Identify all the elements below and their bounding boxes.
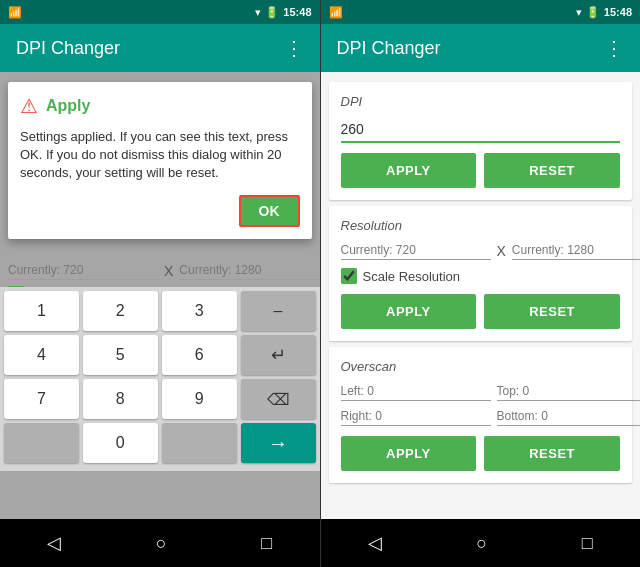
overscan-left-input[interactable] (341, 382, 491, 401)
kb-5[interactable]: 5 (83, 335, 158, 375)
kb-1[interactable]: 1 (4, 291, 79, 331)
left-content: ⚠ Apply Settings applied. If you can see… (0, 72, 320, 519)
left-keyboard: 1 2 3 – 4 5 6 ↵ 7 8 9 ⌫ 0 → (0, 287, 320, 471)
resolution-scale-checkbox[interactable] (341, 268, 357, 284)
kb-2[interactable]: 2 (83, 291, 158, 331)
resolution-apply-button[interactable]: APPLY (341, 294, 477, 329)
resolution-reset-button[interactable]: RESET (484, 294, 620, 329)
overscan-reset-button[interactable]: RESET (484, 436, 620, 471)
kb-row-1: 1 2 3 – (4, 291, 316, 331)
right-menu-icon[interactable]: ⋮ (604, 36, 624, 60)
left-status-left: 📶 (8, 6, 22, 19)
right-signal-icon: 📶 (329, 6, 343, 19)
left-height-input[interactable] (179, 261, 319, 280)
right-status-left: 📶 (329, 6, 343, 19)
resolution-scale-row: Scale Resolution (341, 268, 621, 284)
overscan-apply-button[interactable]: APPLY (341, 436, 477, 471)
left-time: 15:48 (283, 6, 311, 18)
left-back-button[interactable]: ◁ (47, 532, 61, 554)
right-toolbar: DPI Changer ⋮ (321, 24, 641, 72)
left-status-right: ▾ 🔋 15:48 (255, 6, 311, 19)
resolution-inputs: X (341, 241, 621, 260)
apply-dialog: ⚠ Apply Settings applied. If you can see… (8, 82, 312, 239)
dialog-title-row: ⚠ Apply (20, 94, 300, 118)
overscan-right-input[interactable] (341, 407, 491, 426)
left-status-bar: 📶 ▾ 🔋 15:48 (0, 0, 320, 24)
left-width-input[interactable] (8, 261, 158, 280)
right-status-bar: 📶 ▾ 🔋 15:48 (321, 0, 641, 24)
right-app-title: DPI Changer (337, 38, 605, 59)
warning-icon: ⚠ (20, 94, 38, 118)
left-recents-button[interactable]: □ (261, 533, 272, 554)
right-content: DPI APPLY RESET Resolution X Scale Resol… (321, 72, 641, 519)
dialog-body: Settings applied. If you can see this te… (20, 128, 300, 183)
kb-4[interactable]: 4 (4, 335, 79, 375)
right-home-button[interactable]: ○ (476, 533, 487, 554)
dpi-section: DPI APPLY RESET (329, 82, 633, 200)
kb-9[interactable]: 9 (162, 379, 237, 419)
right-status-right: ▾ 🔋 15:48 (576, 6, 632, 19)
kb-empty-right[interactable] (162, 423, 237, 463)
resolution-scale-label: Scale Resolution (363, 269, 461, 284)
left-toolbar: DPI Changer ⋮ (0, 24, 320, 72)
right-wifi-icon: ▾ (576, 6, 582, 19)
dpi-label: DPI (341, 94, 621, 109)
kb-backspace[interactable]: ⌫ (241, 379, 316, 419)
left-menu-icon[interactable]: ⋮ (284, 36, 304, 60)
resolution-button-row: APPLY RESET (341, 294, 621, 329)
left-phone-panel: 📶 ▾ 🔋 15:48 DPI Changer ⋮ ⚠ Apply Settin… (0, 0, 320, 567)
right-recents-button[interactable]: □ (582, 533, 593, 554)
overscan-section: Overscan APPLY RESET (329, 347, 633, 483)
wifi-icon: ▾ (255, 6, 261, 19)
kb-row-4: 0 → (4, 423, 316, 463)
kb-6[interactable]: 6 (162, 335, 237, 375)
battery-icon: 🔋 (265, 6, 279, 19)
resolution-label: Resolution (341, 218, 621, 233)
kb-7[interactable]: 7 (4, 379, 79, 419)
left-nav-bar: ◁ ○ □ (0, 519, 320, 567)
right-nav-bar: ◁ ○ □ (321, 519, 641, 567)
right-time: 15:48 (604, 6, 632, 18)
overscan-button-row: APPLY RESET (341, 436, 621, 471)
dpi-input[interactable] (341, 117, 621, 143)
kb-row-2: 4 5 6 ↵ (4, 335, 316, 375)
kb-8[interactable]: 8 (83, 379, 158, 419)
kb-0[interactable]: 0 (83, 423, 158, 463)
kb-empty-left[interactable] (4, 423, 79, 463)
resolution-section: Resolution X Scale Resolution APPLY RESE… (329, 206, 633, 341)
kb-3[interactable]: 3 (162, 291, 237, 331)
right-back-button[interactable]: ◁ (368, 532, 382, 554)
resolution-x-label: X (497, 243, 506, 259)
kb-enter[interactable]: ↵ (241, 335, 316, 375)
dialog-ok-button[interactable]: OK (239, 195, 300, 227)
resolution-width-input[interactable] (341, 241, 491, 260)
right-phone-panel: 📶 ▾ 🔋 15:48 DPI Changer ⋮ DPI APPLY RESE… (321, 0, 641, 567)
kb-minus[interactable]: – (241, 291, 316, 331)
kb-row-3: 7 8 9 ⌫ (4, 379, 316, 419)
right-battery-icon: 🔋 (586, 6, 600, 19)
left-resolution-row: X (8, 261, 312, 280)
dialog-title-text: Apply (46, 97, 90, 115)
resolution-height-input[interactable] (512, 241, 640, 260)
kb-go[interactable]: → (241, 423, 316, 463)
left-app-title: DPI Changer (16, 38, 284, 59)
overscan-grid (341, 382, 621, 426)
overscan-top-input[interactable] (497, 382, 641, 401)
dpi-apply-button[interactable]: APPLY (341, 153, 477, 188)
overscan-label: Overscan (341, 359, 621, 374)
left-home-button[interactable]: ○ (156, 533, 167, 554)
overscan-bottom-input[interactable] (497, 407, 641, 426)
signal-icon: 📶 (8, 6, 22, 19)
left-x-label: X (164, 263, 173, 279)
dpi-reset-button[interactable]: RESET (484, 153, 620, 188)
dpi-button-row: APPLY RESET (341, 153, 621, 188)
